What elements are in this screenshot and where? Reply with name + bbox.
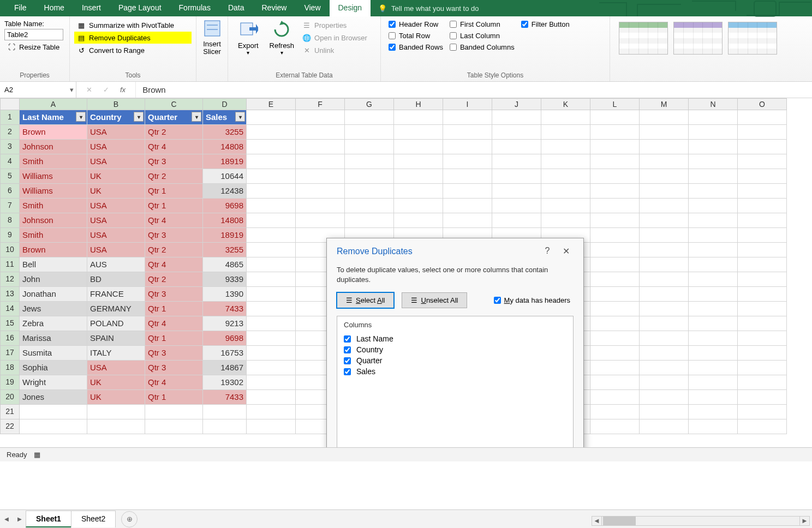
cell[interactable] xyxy=(296,140,345,154)
cell[interactable]: Qtr 2 xyxy=(145,169,203,184)
cell[interactable] xyxy=(689,287,738,302)
my-data-has-headers-checkbox[interactable]: My data has headers xyxy=(491,295,574,306)
cell[interactable]: Qtr 2 xyxy=(145,243,203,257)
banded-rows-checkbox[interactable]: Banded Rows xyxy=(385,41,446,53)
filter-dropdown-icon[interactable]: ▾ xyxy=(134,112,144,122)
table-style-swatch[interactable] xyxy=(619,22,668,55)
cell[interactable] xyxy=(640,110,689,125)
cell[interactable]: Qtr 1 xyxy=(145,390,203,405)
cell[interactable] xyxy=(247,331,296,346)
scroll-thumb[interactable] xyxy=(603,517,636,525)
cell[interactable] xyxy=(738,390,787,405)
cell[interactable] xyxy=(541,184,590,199)
filter-button-checkbox[interactable]: Filter Button xyxy=(518,19,573,30)
horizontal-scrollbar[interactable]: ◄ ► xyxy=(592,516,810,526)
cell[interactable] xyxy=(738,140,787,154)
cell[interactable] xyxy=(590,169,640,184)
column-header[interactable]: I xyxy=(443,98,492,110)
cell[interactable]: USA xyxy=(87,125,145,140)
cell[interactable] xyxy=(640,390,689,405)
cell[interactable]: UK xyxy=(87,184,145,199)
cell[interactable]: 3255 xyxy=(203,243,247,257)
cell[interactable]: 1390 xyxy=(203,287,247,302)
cell[interactable]: Qtr 3 xyxy=(145,346,203,361)
cell[interactable] xyxy=(689,272,738,287)
cell[interactable]: 9698 xyxy=(203,199,247,213)
scroll-right-icon[interactable]: ► xyxy=(799,517,809,525)
summarize-pivottable-button[interactable]: ▦ Summarize with PivotTable xyxy=(74,19,192,31)
cell[interactable] xyxy=(345,199,394,213)
cell[interactable]: Qtr 4 xyxy=(145,213,203,228)
cell[interactable] xyxy=(640,199,689,213)
cell[interactable] xyxy=(590,405,640,419)
cell[interactable] xyxy=(689,257,738,272)
cell[interactable] xyxy=(541,110,590,125)
unselect-all-button[interactable]: ☰ Unselect All xyxy=(402,292,467,308)
formula-input[interactable]: Brown xyxy=(136,82,812,98)
cell[interactable] xyxy=(492,213,541,228)
cell[interactable] xyxy=(247,302,296,316)
cell[interactable]: Williams xyxy=(20,184,87,199)
cell[interactable] xyxy=(345,213,394,228)
cell[interactable]: Qtr 4 xyxy=(145,316,203,331)
row-header[interactable]: 19 xyxy=(0,375,20,390)
close-button[interactable]: ✕ xyxy=(558,246,574,256)
row-header[interactable]: 16 xyxy=(0,331,20,346)
last-column-checkbox[interactable]: Last Column xyxy=(446,30,518,41)
cell[interactable] xyxy=(345,125,394,140)
cell[interactable]: 16753 xyxy=(203,346,247,361)
cell[interactable] xyxy=(296,213,345,228)
tab-data[interactable]: Data xyxy=(219,0,253,16)
cell[interactable] xyxy=(443,213,492,228)
cell[interactable] xyxy=(590,346,640,361)
table-header-cell[interactable]: Sales▾ xyxy=(203,110,247,125)
new-sheet-button[interactable]: ⊕ xyxy=(121,511,138,527)
cell[interactable] xyxy=(247,110,296,125)
filter-dropdown-icon[interactable]: ▾ xyxy=(192,112,201,122)
column-header[interactable]: H xyxy=(394,98,443,110)
cell[interactable] xyxy=(541,140,590,154)
cell[interactable] xyxy=(203,419,247,434)
cell[interactable] xyxy=(640,346,689,361)
cell[interactable] xyxy=(394,199,443,213)
column-header[interactable]: C xyxy=(145,98,203,110)
column-header[interactable]: M xyxy=(640,98,689,110)
cell[interactable] xyxy=(247,184,296,199)
cell[interactable] xyxy=(296,199,345,213)
column-checkbox-sales[interactable]: Sales xyxy=(344,367,566,376)
cell[interactable]: Susmita xyxy=(20,346,87,361)
cell[interactable]: USA xyxy=(87,243,145,257)
select-all-cell[interactable] xyxy=(0,98,20,110)
header-row-checkbox[interactable]: Header Row xyxy=(385,19,446,30)
remove-duplicates-button[interactable]: ▤ Remove Duplicates xyxy=(74,32,192,44)
column-header[interactable]: N xyxy=(689,98,738,110)
cell[interactable]: USA xyxy=(87,140,145,154)
cell[interactable] xyxy=(247,243,296,257)
macro-record-icon[interactable]: ▦ xyxy=(34,451,40,459)
cell[interactable] xyxy=(247,199,296,213)
cell[interactable] xyxy=(590,390,640,405)
row-header[interactable]: 13 xyxy=(0,287,20,302)
cell[interactable] xyxy=(738,287,787,302)
cell[interactable]: USA xyxy=(87,199,145,213)
cell[interactable] xyxy=(689,405,738,419)
cell[interactable] xyxy=(247,228,296,243)
cancel-icon[interactable]: ✕ xyxy=(86,86,92,94)
cell[interactable]: Zebra xyxy=(20,316,87,331)
cell[interactable] xyxy=(689,316,738,331)
cell[interactable]: Qtr 2 xyxy=(145,272,203,287)
cell[interactable] xyxy=(689,140,738,154)
cell[interactable] xyxy=(640,405,689,419)
row-header[interactable]: 2 xyxy=(0,125,20,140)
cell[interactable] xyxy=(345,140,394,154)
first-column-checkbox[interactable]: First Column xyxy=(446,19,518,30)
cell[interactable] xyxy=(640,419,689,434)
cell[interactable] xyxy=(247,154,296,169)
tab-design[interactable]: Design xyxy=(330,0,371,16)
cell[interactable] xyxy=(590,125,640,140)
column-checkbox-country[interactable]: Country xyxy=(344,345,566,354)
row-header[interactable]: 14 xyxy=(0,302,20,316)
cell[interactable] xyxy=(541,154,590,169)
cell[interactable]: 19302 xyxy=(203,375,247,390)
row-header[interactable]: 15 xyxy=(0,316,20,331)
